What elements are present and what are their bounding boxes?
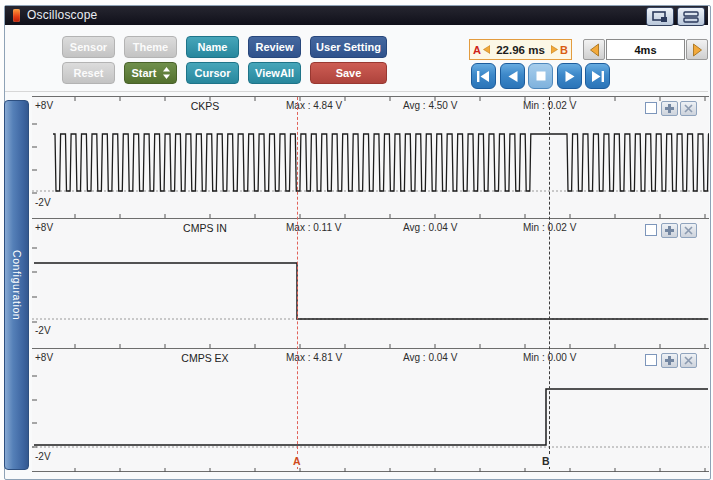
close-icon (684, 226, 693, 235)
channel-vtop-label: +8V (35, 352, 53, 363)
channel-zoom-button[interactable] (661, 223, 678, 238)
skip-start-button[interactable] (471, 63, 496, 89)
channel-close-button[interactable] (680, 101, 697, 116)
cursor-button[interactable]: Cursor (186, 62, 239, 84)
cursor-b-label: B (560, 44, 568, 56)
channel-avg-value: Avg : 0.04 V (403, 352, 457, 363)
minimize-button[interactable] (677, 7, 705, 26)
spinner-arrows-icon (163, 67, 170, 79)
cursor-a-marker[interactable]: A (292, 455, 302, 467)
step-forward-icon (564, 70, 576, 83)
channel-select-checkbox[interactable] (645, 354, 657, 366)
channel-cmps-in: +8V CMPS IN Max : 0.11 V Avg : 0.04 V Mi… (32, 218, 709, 348)
plus-icon (665, 226, 674, 235)
channel-vtop-label: +8V (35, 100, 53, 111)
channel-max-value: Max : 0.11 V (286, 222, 341, 233)
configuration-tab[interactable]: Configuration (4, 100, 29, 470)
save-button[interactable]: Save (310, 62, 387, 84)
toolbar-separator (5, 91, 708, 92)
channel-select-checkbox[interactable] (645, 102, 657, 114)
configuration-tab-label: Configuration (11, 250, 23, 320)
plus-icon (665, 104, 674, 113)
minimize-icon (683, 11, 699, 23)
close-icon (684, 356, 693, 365)
close-icon (684, 104, 693, 113)
channel-cmps-ex: +8V CMPS EX Max : 4.81 V Avg : 0.04 V Mi… (32, 348, 709, 472)
channel-ckps: +8V CKPS Max : 4.84 V Avg : 4.50 V Min :… (32, 96, 709, 218)
timebase-value[interactable]: 4ms (606, 39, 685, 60)
cursor-a-line[interactable] (297, 97, 298, 469)
step-back-icon (507, 70, 519, 83)
plus-icon (665, 356, 674, 365)
channel-select-checkbox[interactable] (645, 224, 657, 236)
channel-vbottom-label: -2V (35, 197, 51, 208)
timebase-decrease-button[interactable] (583, 39, 605, 60)
user-setting-button[interactable]: User Setting (310, 36, 387, 58)
reset-button[interactable]: Reset (62, 62, 115, 84)
review-button[interactable]: Review (248, 36, 301, 58)
cmps-ex-waveform (32, 349, 709, 473)
cursor-b-marker[interactable]: B (541, 455, 551, 467)
channel-avg-value: Avg : 0.04 V (403, 222, 457, 233)
screen-toggle-button[interactable] (646, 7, 674, 26)
sensor-button[interactable]: Sensor (62, 36, 115, 58)
viewall-button[interactable]: ViewAll (248, 62, 301, 84)
cmps-in-waveform (32, 219, 709, 349)
arrow-left-icon (483, 45, 490, 54)
stop-button[interactable] (528, 63, 553, 89)
channel-close-button[interactable] (680, 223, 697, 238)
cursor-b-line[interactable] (549, 97, 550, 469)
channel-name: CMPS IN (165, 222, 245, 234)
step-forward-button[interactable] (557, 63, 582, 89)
cursor-delta-readout: A 22.96 ms B (469, 39, 572, 60)
channel-close-button[interactable] (680, 353, 697, 368)
channel-zoom-button[interactable] (661, 101, 678, 116)
skip-end-icon (590, 70, 605, 83)
start-button[interactable]: Start (124, 62, 177, 84)
step-back-button[interactable] (500, 63, 525, 89)
start-button-label: Start (131, 67, 156, 79)
cursor-delta-value: 22.96 ms (496, 44, 545, 56)
arrow-left-icon (589, 43, 600, 57)
cursor-a-label: A (473, 44, 481, 56)
timebase-increase-button[interactable] (686, 39, 708, 60)
arrow-right-icon (551, 45, 558, 54)
channel-name: CKPS (165, 100, 245, 112)
skip-start-icon (476, 70, 491, 83)
channel-avg-value: Avg : 4.50 V (403, 100, 457, 111)
app-icon (13, 9, 20, 22)
channel-max-value: Max : 4.84 V (286, 100, 342, 111)
channel-vbottom-label: -2V (35, 325, 51, 336)
skip-end-button[interactable] (585, 63, 610, 89)
channel-vtop-label: +8V (35, 222, 53, 233)
name-button[interactable]: Name (186, 36, 239, 58)
screen-toggle-icon (652, 11, 668, 23)
channel-vbottom-label: -2V (35, 451, 51, 462)
channel-max-value: Max : 4.81 V (286, 352, 342, 363)
oscilloscope-app: { "window": { "title": "Oscilloscope", "… (0, 0, 713, 480)
title-bar (5, 6, 708, 25)
channel-zoom-button[interactable] (661, 353, 678, 368)
arrow-right-icon (692, 43, 703, 57)
channel-name: CMPS EX (165, 352, 245, 364)
window-title: Oscilloscope (27, 6, 97, 25)
ckps-waveform (32, 97, 709, 219)
theme-button[interactable]: Theme (124, 36, 177, 58)
stop-icon (535, 70, 547, 82)
